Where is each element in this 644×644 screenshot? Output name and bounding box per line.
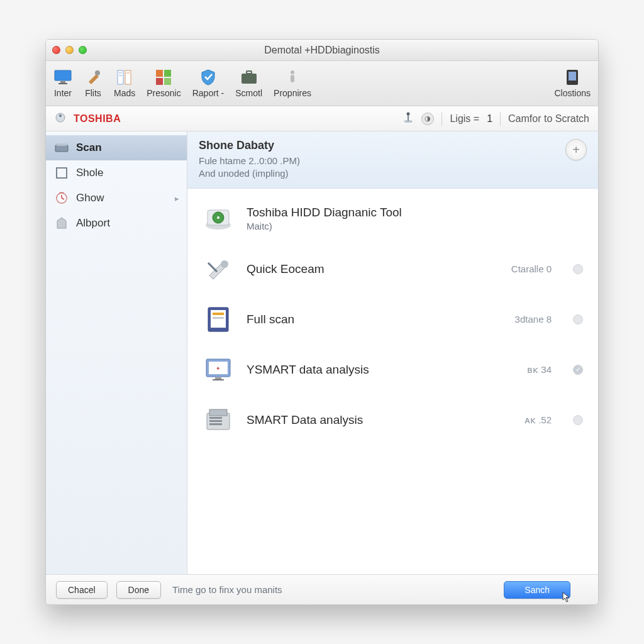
done-button[interactable]: Done <box>116 581 161 599</box>
hdd-icon <box>203 205 234 233</box>
svg-rect-41 <box>213 379 224 380</box>
item-label: SMART Data analysis <box>247 413 476 427</box>
toolbar-label: Flits <box>85 88 101 98</box>
toolbar-raport[interactable]: Raport - <box>192 69 225 98</box>
svg-rect-36 <box>213 313 224 315</box>
svg-rect-24 <box>55 145 68 152</box>
camfor-link[interactable]: Camfor to Scratch <box>508 113 589 125</box>
info-bar: TOSHIBA ◑ Ligis = 1 Camfor to Scratch <box>46 106 598 131</box>
svg-rect-9 <box>156 70 163 77</box>
person-icon <box>283 69 302 86</box>
svg-point-3 <box>95 70 100 75</box>
svg-rect-4 <box>118 70 123 84</box>
svg-rect-25 <box>57 143 67 146</box>
item-meta: ᴀᴋ .52 <box>489 414 552 426</box>
sidebar-item-ghow[interactable]: Ghow <box>46 186 187 211</box>
ligis-label: Ligis = <box>450 113 479 125</box>
status-dot <box>573 314 583 325</box>
svg-point-20 <box>59 114 62 117</box>
item-meta: 3dtane 8 <box>489 314 552 325</box>
window-title: Demotal +HDDbiaginostis <box>46 45 598 56</box>
sidebar-item-scan[interactable]: Scan <box>46 135 187 160</box>
footer: Chacel Done Time go to finx you manits S… <box>46 574 598 604</box>
toolbar-inter[interactable]: Inter <box>53 69 72 98</box>
briefcase-icon <box>240 69 258 86</box>
item-label: Full scan <box>247 313 476 326</box>
grid-icon <box>154 69 173 86</box>
cancel-button[interactable]: Chacel <box>56 581 108 599</box>
plus-icon: + <box>572 143 580 157</box>
square-icon <box>55 167 69 179</box>
panel-subtitle-2: And unoded (impling) <box>199 167 300 180</box>
ligis-value: 1 <box>487 113 492 125</box>
svg-rect-16 <box>291 75 294 82</box>
svg-rect-45 <box>209 417 222 419</box>
svg-rect-37 <box>213 317 224 319</box>
svg-rect-13 <box>242 74 257 84</box>
list-item-ysmart[interactable]: ✦ YSMART data analysis ʙᴋ 34 ✓ <box>187 345 598 395</box>
tag-icon <box>55 218 69 229</box>
svg-point-15 <box>291 70 294 74</box>
toolbar-propnires[interactable]: Propnires <box>274 69 311 98</box>
svg-rect-11 <box>156 78 163 85</box>
item-label: YSMART data analysis <box>247 363 476 377</box>
joystick-icon[interactable] <box>402 112 414 126</box>
add-button[interactable]: + <box>565 139 587 160</box>
toolbar-mads[interactable]: Mads <box>114 69 135 98</box>
svg-rect-1 <box>60 81 65 83</box>
svg-rect-18 <box>569 72 576 80</box>
toolbar-scmotl[interactable]: Scmotl <box>235 69 262 98</box>
svg-rect-12 <box>164 78 171 85</box>
svg-rect-26 <box>57 168 67 178</box>
clock-icon <box>55 192 69 204</box>
svg-rect-40 <box>215 377 221 379</box>
toolbar-label: Propnires <box>274 88 311 98</box>
toolbar-presonic[interactable]: Presonic <box>147 69 180 98</box>
device-icon <box>563 69 582 86</box>
toolbar-flits[interactable]: Flits <box>84 69 103 98</box>
svg-rect-47 <box>209 423 222 425</box>
panel-title: Shone Dabaty <box>199 139 300 152</box>
toolbar-clostions[interactable]: Clostions <box>554 69 591 98</box>
content-area: Scan Shole Ghow Albport <box>46 131 598 574</box>
list-item-smart[interactable]: SMART Data analysis ᴀᴋ .52 <box>187 395 598 445</box>
svg-text:✦: ✦ <box>216 365 221 372</box>
shield-icon <box>199 69 218 86</box>
app-window: Demotal +HDDbiaginostis Inter Flits Mads… <box>45 39 599 605</box>
list-item-quick[interactable]: Quick Eoceam Ctaralle 0 <box>187 244 598 294</box>
server-icon <box>203 406 234 434</box>
list-item-full[interactable]: Full scan 3dtane 8 <box>187 294 598 345</box>
svg-rect-14 <box>247 71 252 74</box>
toolbar: Inter Flits Mads Presonic Raport - <box>46 61 598 106</box>
sidebar-item-shole[interactable]: Shole <box>46 160 187 186</box>
sidebar: Scan Shole Ghow Albport <box>46 131 187 574</box>
svg-point-23 <box>407 112 410 115</box>
footer-hint: Time go to finx you manits <box>172 584 282 595</box>
drive-icon <box>203 306 234 333</box>
toolbar-label: Clostions <box>554 88 591 98</box>
display-icon: ✦ <box>203 356 234 384</box>
svg-rect-0 <box>55 70 71 80</box>
panel-header: Shone Dabaty Fule htame 2..0:00 .PM) And… <box>187 131 598 189</box>
monitor-icon <box>53 69 72 86</box>
svg-point-32 <box>217 216 219 219</box>
sidebar-item-label: Scan <box>76 142 102 154</box>
toolbar-label: Inter <box>54 88 72 98</box>
titlebar: Demotal +HDDbiaginostis <box>46 40 598 61</box>
info-icon[interactable]: ◑ <box>421 113 434 125</box>
sidebar-item-albport[interactable]: Albport <box>46 211 187 236</box>
sidebar-item-label: Shole <box>76 167 103 179</box>
svg-rect-5 <box>125 70 131 84</box>
list-item-tool[interactable]: Toshiba HIDD Diagnanic Tool Maitc) <box>187 194 598 244</box>
status-dot <box>573 264 583 274</box>
item-label: Toshiba HIDD Diagnanic Tool <box>247 206 583 219</box>
svg-rect-46 <box>209 420 222 422</box>
svg-rect-44 <box>209 409 227 416</box>
sidebar-item-label: Albport <box>76 217 110 230</box>
wrench-icon <box>203 255 234 283</box>
brand-text: TOSHIBA <box>74 113 121 125</box>
primary-button[interactable]: Sanch <box>504 581 570 599</box>
item-meta: ʙᴋ 34 <box>489 364 552 375</box>
main-panel: Shone Dabaty Fule htame 2..0:00 .PM) And… <box>187 131 598 574</box>
cursor-icon <box>562 592 570 605</box>
